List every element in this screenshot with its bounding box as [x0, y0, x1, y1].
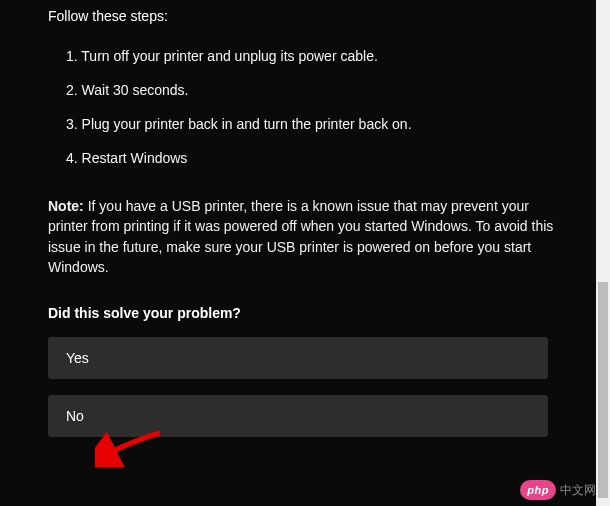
- watermark-text: 中文网: [560, 482, 596, 499]
- note-label: Note:: [48, 198, 84, 214]
- no-button[interactable]: No: [48, 395, 548, 437]
- yes-button[interactable]: Yes: [48, 337, 548, 379]
- step-item: 2. Wait 30 seconds.: [66, 82, 562, 98]
- note-body: If you have a USB printer, there is a kn…: [48, 198, 553, 275]
- solve-question: Did this solve your problem?: [48, 305, 562, 321]
- step-item: 3. Plug your printer back in and turn th…: [66, 116, 562, 132]
- watermark-badge: php: [520, 480, 556, 500]
- step-item: 4. Restart Windows: [66, 150, 562, 166]
- note-section: Note: If you have a USB printer, there i…: [48, 196, 562, 277]
- steps-list: 1. Turn off your printer and unplug its …: [66, 48, 562, 166]
- scrollbar-thumb[interactable]: [596, 280, 610, 500]
- watermark: php 中文网: [520, 480, 596, 500]
- intro-text: Follow these steps:: [48, 8, 562, 24]
- troubleshooter-content: Follow these steps: 1. Turn off your pri…: [0, 0, 610, 473]
- step-item: 1. Turn off your printer and unplug its …: [66, 48, 562, 64]
